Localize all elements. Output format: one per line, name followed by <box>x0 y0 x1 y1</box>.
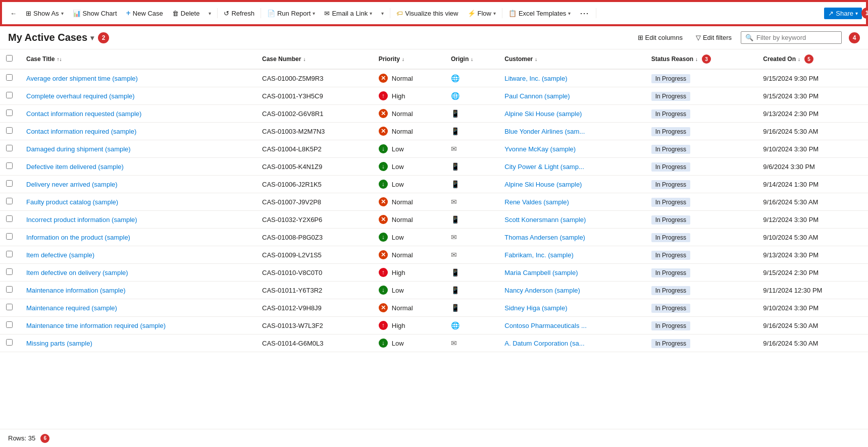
customer-link[interactable]: Maria Campbell (sample) <box>504 269 578 276</box>
customer-link[interactable]: A. Datum Corporation (sa... <box>504 340 584 347</box>
priority-value: ✕ Normal <box>379 127 413 136</box>
more-options-button[interactable]: ⋯ <box>576 6 594 21</box>
priority-value: ↓ Low <box>379 144 404 153</box>
case-title-link[interactable]: Complete overhaul required (sample) <box>26 92 135 100</box>
email-link-button[interactable]: ✉ Email a Link ▾ <box>320 8 376 19</box>
customer-link[interactable]: Scott Konersmann (sample) <box>504 216 586 224</box>
case-title-link[interactable]: Missing parts (sample) <box>26 340 92 347</box>
col-case-title-sort-icon[interactable]: ↑↓ <box>57 57 62 62</box>
new-case-button[interactable]: + New Case <box>122 7 167 20</box>
case-title-link[interactable]: Item defective on delivery (sample) <box>26 269 128 276</box>
customer-link[interactable]: Contoso Pharmaceuticals ... <box>504 322 587 329</box>
row-checkbox-12[interactable] <box>6 286 13 293</box>
customer-link[interactable]: Thomas Andersen (sample) <box>504 234 585 241</box>
row-checkbox-8[interactable] <box>6 215 13 222</box>
select-all-checkbox[interactable] <box>6 55 13 62</box>
excel-button[interactable]: 📋 Excel Templates ▾ <box>504 8 575 19</box>
email-link-icon: ✉ <box>324 10 330 17</box>
created-on-value: 9/13/2024 2:30 PM <box>763 110 819 118</box>
table-row: Item defective (sample) CAS-01009-L2V1S5… <box>0 246 868 264</box>
customer-link[interactable]: Sidney Higa (sample) <box>504 304 567 312</box>
priority-cell: ↓ Low <box>373 229 445 246</box>
case-title-link[interactable]: Maintenance time information required (s… <box>26 322 166 329</box>
customer-link[interactable]: Litware, Inc. (sample) <box>504 75 567 82</box>
case-title-link[interactable]: Contact information requested (sample) <box>26 110 141 118</box>
col-status-reason-sort-icon[interactable]: ↓ <box>695 57 698 62</box>
search-icon: 🔍 <box>745 34 753 41</box>
row-checkbox-0[interactable] <box>6 74 13 81</box>
case-title-link[interactable]: Item defective (sample) <box>26 251 94 259</box>
row-checkbox-7[interactable] <box>6 198 13 204</box>
refresh-button[interactable]: ↺ Refresh <box>220 8 259 19</box>
priority-label: High <box>392 269 405 276</box>
col-created-on-sort-icon[interactable]: ↓ <box>798 57 800 62</box>
status-reason-cell: In Progress <box>645 193 757 211</box>
origin-cell: 📱 <box>445 299 498 317</box>
delete-button[interactable]: 🗑 Delete <box>168 8 204 19</box>
row-checkbox-1[interactable] <box>6 92 13 98</box>
case-title-link[interactable]: Delivery never arrived (sample) <box>26 181 118 188</box>
case-title-link[interactable]: Information on the product (sample) <box>26 234 130 241</box>
share-button[interactable]: ↗ Share ▾ <box>824 8 862 19</box>
edit-filters-button[interactable]: ▽ Edit filters <box>692 32 736 43</box>
row-checkbox-4[interactable] <box>6 145 13 151</box>
row-checkbox-5[interactable] <box>6 162 13 169</box>
col-priority-sort-icon[interactable]: ↓ <box>402 57 404 62</box>
excel-label: Excel Templates <box>519 10 566 17</box>
view-title-chevron-icon[interactable]: ▾ <box>90 34 94 42</box>
row-checkbox-2[interactable] <box>6 109 13 116</box>
case-title-link[interactable]: Faulty product catalog (sample) <box>26 198 118 206</box>
case-title-link[interactable]: Average order shipment time (sample) <box>26 75 138 82</box>
case-title-link[interactable]: Damaged during shipment (sample) <box>26 145 131 153</box>
row-checkbox-6[interactable] <box>6 180 13 187</box>
priority-value: ✕ Normal <box>379 74 413 83</box>
visualize-button[interactable]: 🏷 Visualize this view <box>392 8 462 19</box>
case-number-cell: CAS-01010-V8C0T0 <box>256 264 373 282</box>
col-customer-sort-icon[interactable]: ↓ <box>535 57 537 62</box>
row-checkbox-10[interactable] <box>6 251 13 257</box>
col-customer-label: Customer <box>504 55 533 63</box>
run-report-button[interactable]: 📄 Run Report ▾ <box>263 8 319 19</box>
more-dropdown-button[interactable]: ▾ <box>377 9 388 18</box>
customer-link[interactable]: Paul Cannon (sample) <box>504 92 570 100</box>
case-title-link[interactable]: Maintenance information (sample) <box>26 287 126 294</box>
show-as-button[interactable]: ⊞ Show As ▾ <box>22 8 68 19</box>
delete-dropdown-button[interactable]: ▾ <box>205 9 215 18</box>
col-case-number-sort-icon[interactable]: ↓ <box>303 57 305 62</box>
search-input[interactable] <box>756 34 837 41</box>
case-title-link[interactable]: Incorrect product information (sample) <box>26 216 137 224</box>
row-checkbox-13[interactable] <box>6 304 13 310</box>
edit-columns-button[interactable]: ⊞ Edit columns <box>634 32 687 43</box>
case-title-link[interactable]: Contact information required (sample) <box>26 128 136 135</box>
created-on-cell: 9/15/2024 3:30 PM <box>757 87 868 105</box>
customer-link[interactable]: Nancy Anderson (sample) <box>504 287 580 294</box>
flow-chevron: ▾ <box>493 11 496 16</box>
col-case-number: Case Number ↓ <box>256 49 373 69</box>
case-title-link[interactable]: Maintenance required (sample) <box>26 304 117 312</box>
customer-link[interactable]: Blue Yonder Airlines (sam... <box>504 128 585 135</box>
row-checkbox-14[interactable] <box>6 321 13 328</box>
customer-link[interactable]: Rene Valdes (sample) <box>504 198 569 206</box>
flow-button[interactable]: ⚡ Flow ▾ <box>464 8 500 19</box>
cases-table: Case Title ↑↓ Case Number ↓ Priority ↓ <box>0 49 868 352</box>
row-checkbox-15[interactable] <box>6 339 13 346</box>
customer-link[interactable]: City Power & Light (samp... <box>504 163 584 171</box>
col-origin-sort-icon[interactable]: ↓ <box>471 57 473 62</box>
customer-link[interactable]: Alpine Ski House (sample) <box>504 181 582 188</box>
row-checkbox-cell <box>0 334 20 352</box>
created-on-cell: 9/16/2024 5:30 AM <box>757 123 868 140</box>
row-checkbox-9[interactable] <box>6 233 13 240</box>
back-button[interactable]: ← <box>6 8 21 19</box>
case-title-link[interactable]: Defective item delivered (sample) <box>26 163 124 171</box>
status-reason-cell: In Progress <box>645 229 757 246</box>
case-title-cell: Information on the product (sample) <box>20 229 256 246</box>
created-on-cell: 9/10/2024 3:30 PM <box>757 140 868 158</box>
customer-link[interactable]: Alpine Ski House (sample) <box>504 110 582 118</box>
origin-cell: ✉ <box>445 193 498 211</box>
show-chart-button[interactable]: 📊 Show Chart <box>69 8 121 19</box>
row-checkbox-3[interactable] <box>6 127 13 134</box>
customer-link[interactable]: Fabrikam, Inc. (sample) <box>504 251 574 259</box>
row-checkbox-11[interactable] <box>6 268 13 275</box>
customer-link[interactable]: Yvonne McKay (sample) <box>504 145 576 153</box>
status-badge: In Progress <box>651 74 690 83</box>
